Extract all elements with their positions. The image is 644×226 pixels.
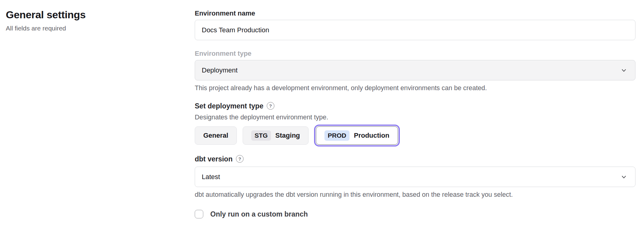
deployment-type-helper: Designates the deployment environment ty… — [195, 114, 635, 121]
custom-branch-row: Only run on a custom branch — [195, 210, 635, 218]
deployment-type-production-button[interactable]: PROD Production — [316, 126, 398, 145]
page-subtitle: All fields are required — [6, 24, 177, 32]
help-icon[interactable]: ? — [267, 102, 274, 110]
deployment-type-general-button[interactable]: General — [195, 126, 237, 145]
deployment-type-general-label: General — [203, 132, 228, 139]
general-settings-form: Environment name Environment type Deploy… — [195, 0, 635, 218]
staging-badge: STG — [251, 130, 271, 141]
production-badge: PROD — [324, 130, 350, 141]
chevron-down-icon — [620, 174, 627, 180]
environment-name-label: Environment name — [195, 9, 635, 18]
page-title: General settings — [6, 8, 177, 21]
environment-type-select: Deployment — [195, 60, 635, 80]
deployment-type-label: Set deployment type — [195, 101, 263, 111]
chevron-down-icon — [620, 67, 627, 74]
deployment-type-production-label: Production — [354, 132, 389, 139]
deployment-type-staging-label: Staging — [275, 132, 300, 139]
dbt-version-label: dbt version — [195, 154, 233, 164]
environment-type-value: Deployment — [202, 66, 237, 74]
environment-name-input[interactable] — [195, 20, 635, 40]
environment-type-helper: This project already has a development e… — [195, 84, 635, 92]
environment-type-label: Environment type — [195, 49, 635, 58]
help-icon[interactable]: ? — [236, 155, 244, 163]
custom-branch-label: Only run on a custom branch — [210, 210, 308, 218]
dbt-version-select[interactable]: Latest — [195, 167, 635, 187]
deployment-type-options: General STG Staging PROD Production — [195, 126, 635, 145]
custom-branch-checkbox[interactable] — [195, 210, 203, 218]
settings-header: General settings All fields are required — [6, 0, 177, 32]
dbt-version-helper: dbt automatically upgrades the dbt versi… — [195, 191, 635, 199]
dbt-version-value: Latest — [202, 173, 220, 181]
deployment-type-staging-button[interactable]: STG Staging — [243, 126, 309, 145]
